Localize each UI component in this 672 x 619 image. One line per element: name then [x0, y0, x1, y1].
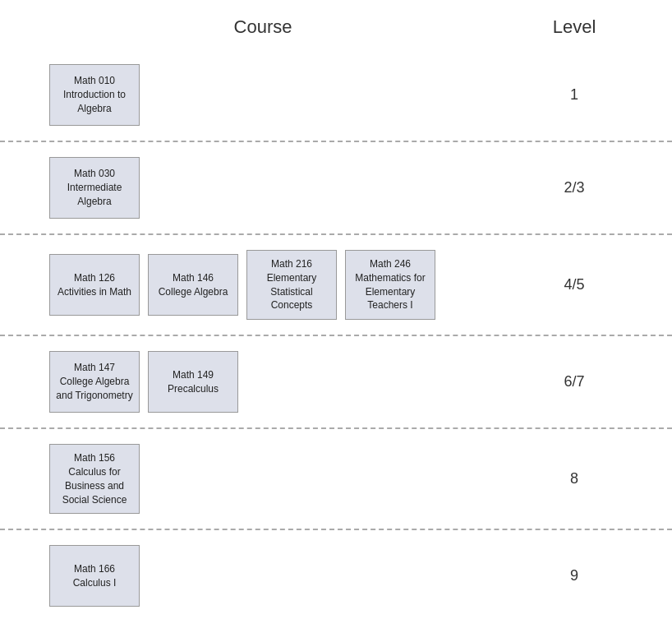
course-box-math166: Math 166Calculus I [49, 545, 140, 607]
courses-area-level1: Math 010Introduction toAlgebra [49, 64, 476, 126]
sections-container: Math 010Introduction toAlgebra1Math 030I… [0, 49, 672, 619]
section-row-level9: Math 166Calculus I9 [0, 530, 672, 619]
level-label-level23: 2/3 [476, 179, 672, 196]
section-row-level23: Math 030IntermediateAlgebra2/3 [0, 142, 672, 235]
header-row: Course Level [0, 16, 672, 41]
course-box-math126: Math 126Activities in Math [49, 254, 140, 316]
course-box-math216: Math 216ElementaryStatisticalConcepts [246, 250, 337, 320]
section-row-level1: Math 010Introduction toAlgebra1 [0, 49, 672, 142]
level-label-level67: 6/7 [476, 373, 672, 390]
level-label-level1: 1 [476, 86, 672, 104]
course-box-math147: Math 147College Algebraand Trigonometry [49, 351, 140, 413]
section-row-level8: Math 156Calculus forBusiness andSocial S… [0, 429, 672, 530]
courses-area-level8: Math 156Calculus forBusiness andSocial S… [49, 444, 476, 514]
level-label-level9: 9 [476, 567, 672, 584]
course-box-math156: Math 156Calculus forBusiness andSocial S… [49, 444, 140, 514]
level-label-level45: 4/5 [476, 276, 672, 293]
page: Course Level Math 010Introduction toAlge… [0, 0, 672, 619]
course-box-math010: Math 010Introduction toAlgebra [49, 64, 140, 126]
courses-area-level9: Math 166Calculus I [49, 545, 476, 607]
course-box-math246: Math 246Mathematics forElementaryTeacher… [345, 250, 435, 320]
header-course: Course [0, 16, 476, 38]
course-box-math149: Math 149Precalculus [148, 351, 238, 413]
course-box-math030: Math 030IntermediateAlgebra [49, 157, 140, 219]
section-row-level67: Math 147College Algebraand TrigonometryM… [0, 336, 672, 429]
section-row-level45: Math 126Activities in MathMath 146Colleg… [0, 235, 672, 336]
level-label-level8: 8 [476, 470, 672, 487]
course-box-math146: Math 146College Algebra [148, 254, 238, 316]
header-level: Level [476, 16, 672, 38]
courses-area-level67: Math 147College Algebraand TrigonometryM… [49, 351, 476, 413]
courses-area-level23: Math 030IntermediateAlgebra [49, 157, 476, 219]
courses-area-level45: Math 126Activities in MathMath 146Colleg… [49, 250, 476, 320]
